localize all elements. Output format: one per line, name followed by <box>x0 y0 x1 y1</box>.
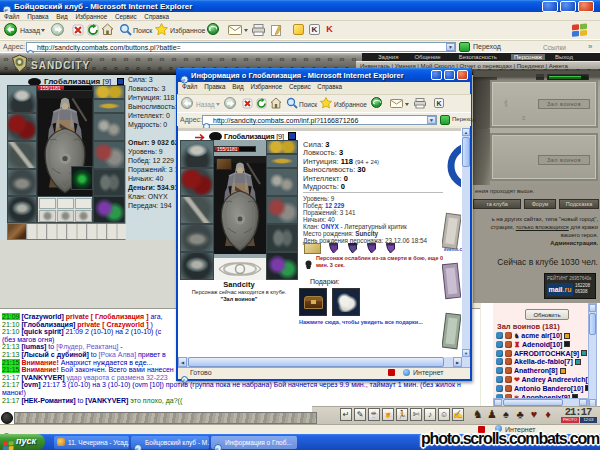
svg-text:e: e <box>183 377 186 383</box>
svg-text:e: e <box>216 446 219 450</box>
svg-text:e: e <box>136 446 139 450</box>
